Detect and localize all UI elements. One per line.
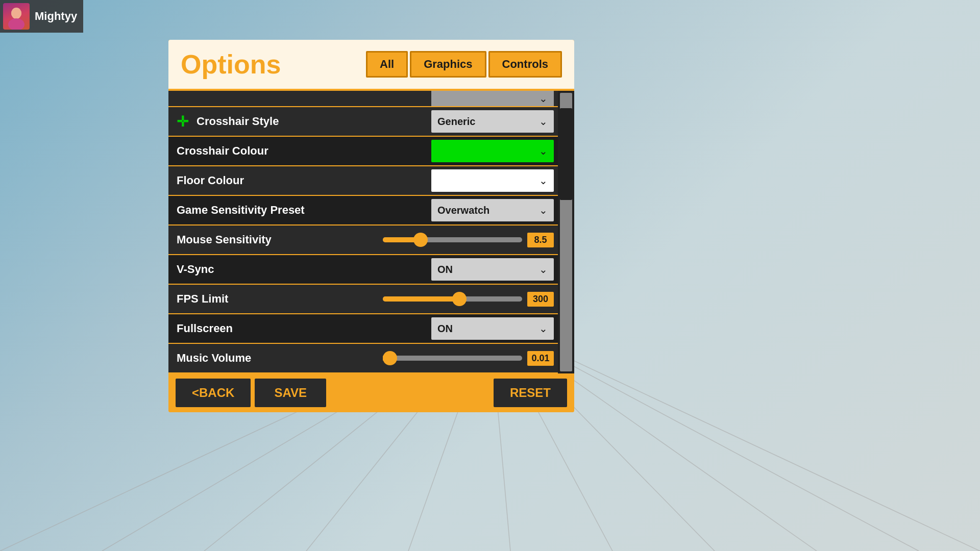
modal-footer: <BACK SAVE RESET — [168, 373, 574, 412]
scrollbar[interactable] — [558, 91, 574, 373]
svg-point-12 — [8, 18, 24, 30]
mouse-sensitivity-control: 8.5 — [383, 233, 558, 247]
save-button[interactable]: SAVE — [255, 379, 326, 407]
svg-point-13 — [11, 8, 21, 18]
mouse-sensitivity-value: 8.5 — [527, 233, 554, 247]
mouse-sensitivity-label: Mouse Sensitivity — [168, 233, 383, 246]
mouse-sensitivity-track[interactable] — [383, 237, 522, 242]
fps-limit-thumb[interactable] — [452, 292, 467, 306]
game-sensitivity-preset-row: Game Sensitivity Preset Overwatch ⌄ — [168, 196, 558, 226]
reset-button[interactable]: RESET — [494, 379, 567, 407]
crosshair-style-dropdown[interactable]: Generic ⌄ — [431, 110, 554, 133]
crosshair-style-control: Generic ⌄ — [403, 110, 558, 133]
partial-dropdown[interactable]: ⌄ — [431, 91, 554, 107]
modal-title: Options — [181, 49, 281, 80]
game-sensitivity-preset-label: Game Sensitivity Preset — [168, 204, 383, 217]
crosshair-colour-dropdown[interactable]: ⌄ — [431, 140, 554, 162]
crosshair-style-label: Crosshair Style — [188, 115, 403, 128]
music-volume-row: Music Volume 0.01 — [168, 344, 558, 373]
mouse-sensitivity-thumb[interactable] — [413, 233, 428, 247]
fps-limit-track[interactable] — [383, 296, 522, 302]
crosshair-style-arrow: ⌄ — [539, 115, 548, 128]
music-volume-control: 0.01 — [383, 351, 558, 366]
tab-all[interactable]: All — [366, 51, 408, 78]
crosshair-colour-control: ⌄ — [383, 140, 558, 162]
music-volume-value: 0.01 — [527, 351, 554, 366]
username: Mightyy — [35, 10, 77, 23]
fps-limit-control: 300 — [383, 292, 558, 307]
crosshair-style-value: Generic — [437, 116, 475, 128]
vsync-row: V-Sync ON ⌄ — [168, 255, 558, 285]
fullscreen-dropdown[interactable]: ON ⌄ — [431, 317, 554, 340]
music-volume-label: Music Volume — [168, 352, 383, 365]
game-sensitivity-preset-control: Overwatch ⌄ — [383, 199, 558, 221]
fullscreen-label: Fullscreen — [168, 322, 383, 335]
vsync-label: V-Sync — [168, 263, 383, 276]
music-volume-thumb[interactable] — [383, 351, 397, 365]
vsync-dropdown[interactable]: ON ⌄ — [431, 258, 554, 281]
scroll-thumb[interactable] — [560, 108, 572, 200]
fullscreen-arrow: ⌄ — [539, 322, 548, 335]
crosshair-colour-arrow: ⌄ — [539, 145, 548, 157]
fullscreen-row: Fullscreen ON ⌄ — [168, 314, 558, 344]
fullscreen-value: ON — [437, 323, 453, 335]
crosshair-colour-label: Crosshair Colour — [168, 144, 383, 158]
floor-colour-control: ⌄ — [383, 169, 558, 192]
options-modal: Options All Graphics Controls ⌄ ✛ — [168, 40, 574, 412]
fps-limit-label: FPS Limit — [168, 292, 383, 306]
fps-limit-value: 300 — [527, 292, 554, 307]
floor-colour-arrow: ⌄ — [539, 174, 548, 187]
modal-content: ⌄ ✛ Crosshair Style Generic ⌄ Crosshair … — [168, 89, 574, 373]
floor-colour-label: Floor Colour — [168, 174, 383, 187]
avatar — [3, 3, 30, 30]
partial-row: ⌄ — [168, 91, 558, 107]
vsync-arrow: ⌄ — [539, 263, 548, 276]
fps-limit-fill — [383, 296, 459, 302]
vsync-value: ON — [437, 264, 453, 276]
game-sensitivity-preset-arrow: ⌄ — [539, 204, 548, 216]
fullscreen-control: ON ⌄ — [383, 317, 558, 340]
avatar-image — [3, 3, 30, 30]
crosshair-colour-row: Crosshair Colour ⌄ — [168, 137, 558, 166]
back-button[interactable]: <BACK — [176, 379, 251, 407]
crosshair-style-row: ✛ Crosshair Style Generic ⌄ — [168, 107, 558, 137]
game-sensitivity-preset-dropdown[interactable]: Overwatch ⌄ — [431, 199, 554, 221]
game-sensitivity-preset-value: Overwatch — [437, 205, 489, 216]
user-bar: Mightyy — [0, 0, 83, 33]
scroll-track[interactable] — [560, 93, 572, 371]
fps-limit-row: FPS Limit 300 — [168, 285, 558, 314]
floor-colour-dropdown[interactable]: ⌄ — [431, 169, 554, 192]
tab-group: All Graphics Controls — [366, 51, 562, 78]
tab-controls[interactable]: Controls — [488, 51, 562, 78]
music-volume-track[interactable] — [383, 356, 522, 361]
crosshair-icon: ✛ — [177, 113, 188, 130]
vsync-control: ON ⌄ — [383, 258, 558, 281]
settings-list: ⌄ ✛ Crosshair Style Generic ⌄ Crosshair … — [168, 91, 558, 373]
modal-header: Options All Graphics Controls — [168, 40, 574, 89]
tab-graphics[interactable]: Graphics — [410, 51, 486, 78]
floor-colour-row: Floor Colour ⌄ — [168, 166, 558, 196]
mouse-sensitivity-row: Mouse Sensitivity 8.5 — [168, 226, 558, 255]
